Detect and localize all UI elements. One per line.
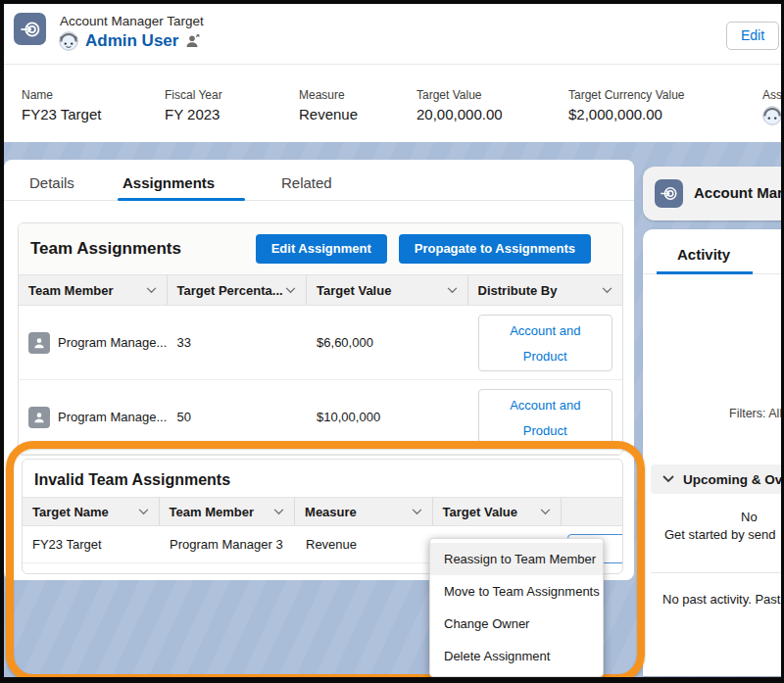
field-value: FY23 Target <box>22 106 101 122</box>
team-member-cell: Program Manager 3 <box>170 537 283 552</box>
activity-empty-text: No <box>741 510 758 524</box>
record-title-row: Admin User <box>59 31 201 51</box>
team-member-cell: Program Manage... <box>58 335 167 350</box>
team-assignment-row: Program Manage... 33 $6,60,000 Account a… <box>19 306 622 380</box>
bot-avatar-icon <box>59 31 78 51</box>
menu-item-change-owner[interactable]: Change Owner <box>430 608 603 640</box>
edit-assignment-button[interactable]: Edit Assignment <box>256 234 387 264</box>
related-card-title: Account Mar <box>694 184 781 201</box>
entity-type-label: Account Manager Target <box>60 14 204 28</box>
menu-item-move-to-team-assignments[interactable]: Move to Team Assignments <box>430 575 603 608</box>
column-header-team-member[interactable]: Team Member <box>19 275 168 305</box>
propagate-to-assignments-button[interactable]: Propagate to Assignments <box>399 234 591 264</box>
chevron-down-icon <box>273 509 284 515</box>
record-name-link[interactable]: Admin User <box>85 31 178 51</box>
change-owner-icon[interactable] <box>185 33 201 49</box>
column-header-target-name[interactable]: Target Name <box>23 498 160 525</box>
record-header: Account Manager Target Admin User Edit <box>4 4 781 65</box>
active-tab-underline <box>118 198 245 201</box>
tab-activity[interactable]: Activity <box>677 246 730 263</box>
column-header-distribute-by[interactable]: Distribute By <box>468 275 622 305</box>
activity-filters-link[interactable]: Filters: All <box>729 407 781 420</box>
row-actions-context-menu: Reassign to Team Member Move to Team Ass… <box>429 538 604 677</box>
team-assignments-header: Team Assignments Edit Assignment Propaga… <box>19 223 622 274</box>
chevron-down-icon <box>138 509 149 515</box>
target-percentage-cell: 50 <box>177 410 191 424</box>
activity-card: Activity Filters: All Upcoming & Ov No G… <box>643 229 781 676</box>
person-avatar-icon <box>28 407 50 428</box>
chevron-down-icon <box>540 509 551 515</box>
upcoming-section-label: Upcoming & Ov <box>683 472 781 487</box>
column-header-target-value[interactable]: Target Value <box>433 498 563 525</box>
target-entity-icon <box>14 13 46 45</box>
field-value: FY 2023 <box>165 106 220 122</box>
target-value-cell: $6,60,000 <box>317 335 373 350</box>
field-value: Revenue <box>299 106 358 122</box>
chevron-down-icon <box>602 287 612 294</box>
field-label: Ass <box>762 88 781 102</box>
chevron-down-icon <box>662 475 674 483</box>
target-arrow-icon <box>20 19 41 40</box>
field-label: Fiscal Year <box>165 88 222 102</box>
tab-assignments[interactable]: Assignments <box>122 174 215 191</box>
past-activity-text: No past activity. Past <box>662 592 780 607</box>
field-label: Measure <box>299 88 345 102</box>
screenshot-frame: Account Manager Target Admin User Edit N… <box>0 0 784 683</box>
invalid-assignments-column-headers: Target Name Team Member Measure Target V… <box>23 497 622 526</box>
menu-item-reassign-to-team-member[interactable]: Reassign to Team Member <box>430 543 603 575</box>
chevron-down-icon <box>447 287 458 294</box>
column-header-actions <box>562 498 622 525</box>
invalid-team-assignments-title: Invalid Team Assignments <box>23 460 622 497</box>
distribute-by-button[interactable]: Account and Product <box>478 389 612 446</box>
related-record-card[interactable]: Account Mar <box>643 167 781 220</box>
column-header-team-member[interactable]: Team Member <box>160 498 296 525</box>
edit-button[interactable]: Edit <box>726 22 779 50</box>
target-percentage-cell: 33 <box>177 335 191 350</box>
field-value: $2,000,000.00 <box>568 106 662 122</box>
distribute-by-button[interactable]: Account and Product <box>478 315 612 371</box>
team-assignments-card: Team Assignments Edit Assignment Propaga… <box>18 222 623 456</box>
team-assignment-row: Program Manage... 50 $10,00,000 Account … <box>19 380 622 455</box>
team-assignments-column-headers: Team Member Target Percenta... Target Va… <box>19 274 622 306</box>
target-name-cell: FY23 Target <box>32 537 102 552</box>
highlights-panel: Name FY23 Target Fiscal Year FY 2023 Mea… <box>4 65 781 142</box>
activity-tab-underline <box>657 271 753 274</box>
tab-details[interactable]: Details <box>29 174 74 191</box>
measure-cell: Revenue <box>306 537 357 552</box>
upcoming-overdue-section-toggle[interactable]: Upcoming & Ov <box>651 464 781 494</box>
team-member-cell: Program Manage... <box>58 410 167 424</box>
menu-item-delete-assignment[interactable]: Delete Assignment <box>430 640 603 672</box>
field-label: Name <box>22 88 53 102</box>
tab-divider <box>4 200 634 201</box>
target-entity-icon <box>655 179 683 208</box>
chevron-down-icon <box>285 287 296 294</box>
record-detail-panel: Details Assignments Related Team Assignm… <box>4 160 634 580</box>
column-header-measure[interactable]: Measure <box>295 498 433 525</box>
column-header-target-value[interactable]: Target Value <box>307 275 467 305</box>
assigned-bot-avatar-icon <box>762 106 781 128</box>
field-label: Target Value <box>416 88 482 102</box>
tab-related[interactable]: Related <box>281 174 332 191</box>
activity-divider <box>651 572 781 573</box>
target-value-cell: $10,00,000 <box>317 410 380 424</box>
chevron-down-icon <box>412 509 422 515</box>
app-screen: Account Manager Target Admin User Edit N… <box>4 4 781 677</box>
person-avatar-icon <box>28 332 50 354</box>
chevron-down-icon <box>146 287 157 294</box>
column-header-target-percentage[interactable]: Target Percenta... <box>168 275 308 305</box>
activity-getstarted-text: Get started by send <box>664 527 775 542</box>
field-label: Target Currency Value <box>568 88 685 102</box>
team-assignments-title: Team Assignments <box>30 239 244 259</box>
field-value: 20,00,000.00 <box>416 106 503 122</box>
